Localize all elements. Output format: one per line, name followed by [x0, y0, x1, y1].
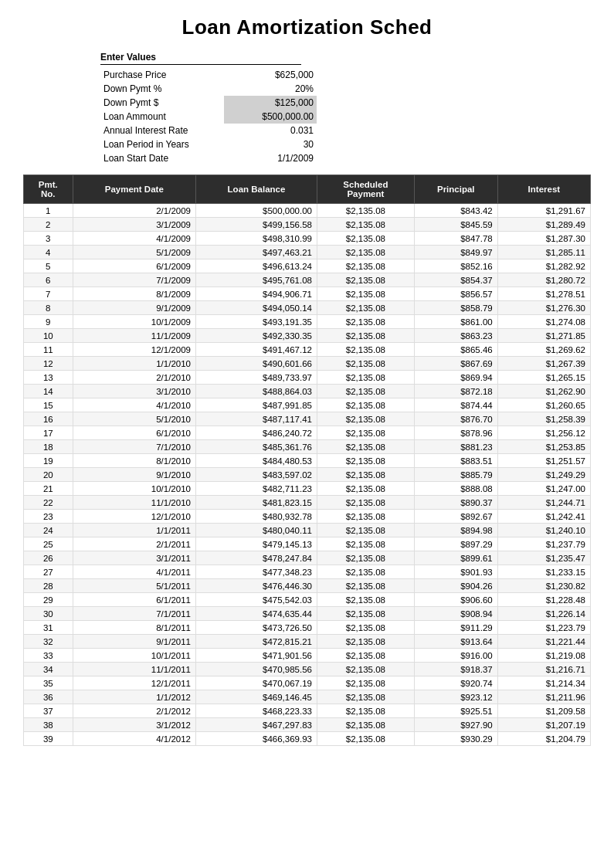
table-cell: $1,262.90: [497, 385, 590, 398]
table-cell: $1,221.44: [497, 635, 590, 649]
input-value: 30: [224, 137, 317, 151]
table-cell: 2: [24, 218, 73, 232]
input-label: Annual Interest Rate: [100, 124, 224, 137]
table-cell: $2,135.08: [317, 329, 414, 343]
table-cell: $883.51: [414, 454, 497, 468]
table-cell: $878.96: [414, 426, 497, 440]
table-cell: 32: [24, 635, 73, 649]
table-cell: $2,135.08: [317, 440, 414, 454]
table-cell: $923.12: [414, 690, 497, 704]
table-row: 2110/1/2010$482,711.23$2,135.08$888.08$1…: [24, 482, 591, 496]
input-label: Down Pymt $: [100, 96, 224, 110]
table-row: 296/1/2011$475,542.03$2,135.08$906.60$1,…: [24, 593, 591, 607]
table-cell: $1,276.30: [497, 301, 590, 315]
table-cell: 4/1/2012: [73, 732, 195, 746]
table-cell: $1,228.48: [497, 593, 590, 607]
table-cell: $2,135.08: [317, 301, 414, 315]
table-cell: $1,209.58: [497, 704, 590, 718]
table-cell: $468,223.33: [195, 704, 317, 718]
table-cell: $2,135.08: [317, 649, 414, 663]
table-cell: $1,258.39: [497, 412, 590, 426]
table-cell: $1,211.96: [497, 690, 590, 704]
table-cell: $1,274.08: [497, 315, 590, 329]
table-cell: $911.29: [414, 621, 497, 635]
table-cell: $2,135.08: [317, 621, 414, 635]
table-cell: $863.23: [414, 329, 497, 343]
table-cell: $904.26: [414, 579, 497, 593]
table-cell: $470,985.56: [195, 663, 317, 676]
table-row: 318/1/2011$473,726.50$2,135.08$911.29$1,…: [24, 621, 591, 635]
table-row: 307/1/2011$474,635.44$2,135.08$908.94$1,…: [24, 607, 591, 621]
table-row: 252/1/2011$479,145.13$2,135.08$897.29$1,…: [24, 537, 591, 551]
table-cell: $2,135.08: [317, 482, 414, 496]
table-cell: $876.70: [414, 412, 497, 426]
table-cell: $1,282.92: [497, 259, 590, 273]
table-cell: $2,135.08: [317, 371, 414, 385]
table-row: 187/1/2010$485,361.76$2,135.08$881.23$1,…: [24, 440, 591, 454]
table-cell: 5/1/2010: [73, 412, 195, 426]
table-cell: $2,135.08: [317, 218, 414, 232]
table-cell: $480,040.11: [195, 524, 317, 537]
table-cell: $2,135.08: [317, 343, 414, 357]
table-cell: $1,265.15: [497, 371, 590, 385]
table-cell: 6/1/2010: [73, 426, 195, 440]
table-cell: $2,135.08: [317, 232, 414, 246]
table-cell: $1,289.49: [497, 218, 590, 232]
table-cell: $500,000.00: [195, 204, 317, 218]
table-cell: $1,256.12: [497, 426, 590, 440]
table-cell: $1,249.29: [497, 468, 590, 482]
table-row: 1011/1/2009$492,330.35$2,135.08$863.23$1…: [24, 329, 591, 343]
table-cell: $920.74: [414, 676, 497, 690]
table-cell: $2,135.08: [317, 496, 414, 510]
table-cell: $2,135.08: [317, 204, 414, 218]
table-cell: $888.08: [414, 482, 497, 496]
table-cell: $2,135.08: [317, 635, 414, 649]
table-cell: 22: [24, 496, 73, 510]
table-cell: 39: [24, 732, 73, 746]
table-cell: $1,267.39: [497, 357, 590, 371]
table-cell: $492,330.35: [195, 329, 317, 343]
table-cell: $1,278.51: [497, 287, 590, 301]
table-row: 2211/1/2010$481,823.15$2,135.08$890.37$1…: [24, 496, 591, 510]
table-row: 1112/1/2009$491,467.12$2,135.08$865.46$1…: [24, 343, 591, 357]
table-cell: $471,901.56: [195, 649, 317, 663]
table-cell: 6/1/2011: [73, 593, 195, 607]
table-cell: $2,135.08: [317, 315, 414, 329]
table-cell: 1/1/2012: [73, 690, 195, 704]
table-cell: 19: [24, 454, 73, 468]
table-cell: 11/1/2009: [73, 329, 195, 343]
input-label: Loan Start Date: [100, 151, 224, 165]
amort-col-header: ScheduledPayment: [317, 175, 414, 204]
table-cell: $487,991.85: [195, 398, 317, 412]
table-cell: $849.97: [414, 246, 497, 259]
table-cell: 3/1/2012: [73, 718, 195, 732]
table-cell: $874.44: [414, 398, 497, 412]
table-cell: 29: [24, 593, 73, 607]
table-cell: $892.67: [414, 510, 497, 524]
table-cell: 18: [24, 440, 73, 454]
table-cell: $2,135.08: [317, 412, 414, 426]
table-cell: 7/1/2011: [73, 607, 195, 621]
table-cell: 6/1/2009: [73, 259, 195, 273]
table-cell: $872.18: [414, 385, 497, 398]
table-cell: $2,135.08: [317, 704, 414, 718]
page-title: Loan Amortization Sched: [23, 15, 591, 39]
table-cell: $913.64: [414, 635, 497, 649]
input-table: Purchase Price$625,000Down Pymt %20%Down…: [100, 68, 317, 165]
table-cell: $845.59: [414, 218, 497, 232]
amort-col-header: Loan Balance: [195, 175, 317, 204]
table-cell: $2,135.08: [317, 524, 414, 537]
table-cell: $1,280.72: [497, 273, 590, 287]
table-cell: $1,260.65: [497, 398, 590, 412]
table-cell: 9/1/2011: [73, 635, 195, 649]
table-row: 361/1/2012$469,146.45$2,135.08$923.12$1,…: [24, 690, 591, 704]
input-label: Down Pymt %: [100, 82, 224, 96]
table-cell: $869.94: [414, 371, 497, 385]
table-cell: 9/1/2010: [73, 468, 195, 482]
table-row: 176/1/2010$486,240.72$2,135.08$878.96$1,…: [24, 426, 591, 440]
table-cell: $1,214.34: [497, 676, 590, 690]
table-cell: $479,145.13: [195, 537, 317, 551]
table-cell: 1/1/2011: [73, 524, 195, 537]
table-cell: 4/1/2010: [73, 398, 195, 412]
table-cell: $1,247.00: [497, 482, 590, 496]
